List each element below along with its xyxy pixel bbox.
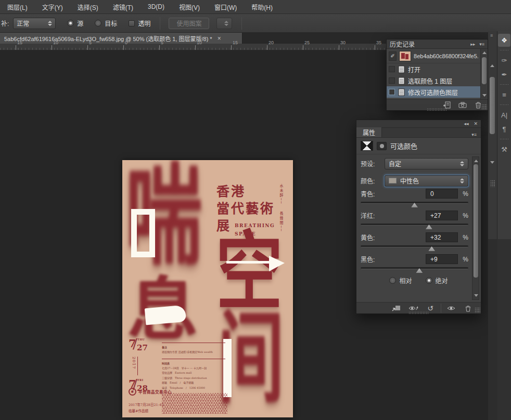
panel-expand-icon[interactable]: ▸▸: [470, 42, 475, 47]
target-radio[interactable]: [95, 20, 101, 27]
scrollbar-thumb[interactable]: [490, 77, 495, 134]
scroll-down-icon[interactable]: [482, 94, 487, 97]
history-titlebar[interactable]: 历史记录 ▸▸ ▾≡: [387, 40, 488, 49]
scrollbar-thumb[interactable]: [474, 164, 478, 278]
properties-titlebar[interactable]: ◂◂ ✕: [356, 120, 481, 128]
brushes-icon[interactable]: ✒: [498, 68, 510, 81]
adjustments-icon[interactable]: ❖: [498, 34, 510, 47]
tool-presets-icon[interactable]: ⚒: [498, 143, 510, 156]
magenta-slider-thumb[interactable]: [426, 225, 432, 229]
panel-menu-icon[interactable]: ▾≡: [471, 132, 481, 137]
cyan-slider[interactable]: [361, 202, 468, 204]
tab-close-icon[interactable]: ×: [218, 35, 221, 42]
menu-item[interactable]: 滤镜(T): [113, 3, 133, 11]
close-panel-icon[interactable]: ✕: [474, 121, 478, 126]
panel-corner-grip[interactable]: [481, 104, 487, 110]
magenta-row: 洋红: +27 %: [361, 210, 468, 221]
layer-mask-badge-icon[interactable]: [377, 142, 387, 150]
patch-mode-dropdown[interactable]: 正常: [13, 18, 56, 29]
panel-resize-grip[interactable]: [427, 108, 448, 111]
poster-document[interactable]: 喘 息 空 间 香港 當代藝術 展 BREATHING SPACE: [122, 160, 293, 417]
panel-resize-grip[interactable]: [408, 311, 429, 314]
history-state-row[interactable]: 修改可选颜色图层: [387, 86, 480, 98]
method-radios: 相对 绝对: [356, 276, 481, 285]
yellow-slider-thumb[interactable]: [428, 246, 435, 251]
poster-title-line2: 當代藝術: [216, 200, 275, 217]
properties-tab-row: 属性 ▾≡: [356, 128, 481, 138]
source-radio[interactable]: [67, 20, 74, 27]
absolute-radio[interactable]: [426, 277, 432, 284]
preset-dropdown[interactable]: 自定: [385, 158, 468, 169]
menu-item[interactable]: 3D(D): [148, 3, 164, 10]
ruler-mark: 5: [87, 45, 88, 50]
cyan-value-input[interactable]: 0: [426, 189, 458, 199]
footer-line: 2017年7月28日21:45: [129, 402, 163, 408]
dock-scroll-strip[interactable]: ≡: [488, 31, 497, 239]
use-pattern-button[interactable]: 使用图案: [169, 18, 209, 29]
history-source-checkbox[interactable]: [389, 77, 395, 84]
clone-source-icon[interactable]: ≡: [498, 88, 510, 101]
scroll-down-icon[interactable]: [474, 294, 478, 297]
info-line-1: 场馆预约专区 活动区/手机预定Web wealth: [162, 350, 231, 355]
cyan-slider-thumb[interactable]: [411, 203, 418, 207]
yellow-slider[interactable]: [361, 245, 468, 247]
history-source-checkbox[interactable]: [389, 89, 395, 95]
yellow-value-input[interactable]: +32: [426, 232, 458, 242]
collapsed-panel-dock: ❖ ✑ ✒ ≡ A| ¶ ⚒: [497, 31, 511, 239]
colors-label: 颜色:: [361, 176, 380, 185]
history-scrollbar[interactable]: [480, 49, 487, 99]
history-state-row[interactable]: 打开: [387, 63, 480, 75]
menu-item[interactable]: 选择(S): [78, 3, 98, 11]
brush-presets-icon[interactable]: ✑: [498, 54, 510, 67]
scrollbar-thumb[interactable]: [482, 57, 487, 84]
black-value-input[interactable]: +9: [426, 254, 458, 264]
black-slider-thumb[interactable]: [416, 268, 423, 273]
menu-item[interactable]: 图层(L): [7, 3, 28, 11]
document-tab[interactable]: 5ab6cfd62af619616a5069a-ELyd3O_fw658.jpg…: [0, 33, 242, 44]
paragraph-panel-icon[interactable]: ¶: [498, 123, 510, 136]
ruler-mark: 5: [159, 45, 160, 50]
footer-line: 临摹#作品辑: [129, 408, 163, 414]
colors-dropdown[interactable]: 中性色: [385, 175, 468, 187]
black-slider[interactable]: [361, 267, 468, 269]
scroll-up-icon[interactable]: [482, 51, 487, 54]
history-source-checkbox[interactable]: [389, 66, 395, 72]
pattern-picker-dropdown[interactable]: [216, 18, 232, 29]
properties-scrollbar[interactable]: [472, 156, 479, 300]
black-row: 黑色: +9 %: [361, 254, 468, 265]
ruler-mark: 15: [231, 45, 232, 50]
drag-grip-dots[interactable]: [490, 180, 495, 187]
history-brush-source-icon[interactable]: ✐: [389, 51, 397, 61]
snapshot-name: 8eb4ab60c86800f324fe5...: [414, 53, 478, 59]
character-panel-icon[interactable]: A|: [498, 109, 510, 122]
colors-value: 中性色: [400, 176, 419, 185]
history-snapshot-row[interactable]: ✐ 8eb4ab60c86800f324fe5...: [387, 49, 480, 63]
tab-properties[interactable]: 属性: [356, 127, 382, 137]
magenta-value-input[interactable]: +27: [426, 211, 458, 220]
adjustment-title: 可选颜色: [390, 141, 417, 151]
colors-row: 颜色: 中性色: [361, 175, 468, 187]
patch-mode-label: 补:: [1, 19, 9, 28]
clip-to-layer-icon[interactable]: [391, 304, 401, 312]
menu-item[interactable]: 窗口(W): [214, 3, 237, 11]
poster-white-arrow-line: [226, 261, 274, 264]
history-state-row[interactable]: 选取颜色 1 图层: [387, 75, 480, 86]
target-radio-label: 目标: [105, 19, 117, 28]
magenta-slider[interactable]: [361, 224, 468, 226]
menu-item[interactable]: 视图(V): [179, 3, 200, 11]
collapse-panel-icon[interactable]: ◂◂: [464, 121, 468, 126]
visibility-eye-icon[interactable]: [446, 304, 456, 312]
poster-title-line3: 展: [216, 217, 231, 234]
relative-radio[interactable]: [389, 277, 396, 284]
panel-menu-icon[interactable]: ▾≡: [479, 42, 484, 47]
new-document-from-state-icon[interactable]: [443, 101, 451, 109]
menu-item[interactable]: 帮助(H): [251, 3, 273, 11]
transparent-checkbox[interactable]: [129, 20, 135, 27]
new-snapshot-camera-icon[interactable]: [458, 101, 467, 109]
scroll-up-icon[interactable]: [474, 160, 478, 162]
panel-corner-grip[interactable]: [475, 307, 480, 313]
delete-adjustment-trash-icon[interactable]: [463, 304, 473, 312]
scroll-up-icon[interactable]: [490, 64, 494, 67]
menu-item[interactable]: 文字(Y): [42, 3, 63, 11]
scroll-down-icon[interactable]: [490, 161, 494, 164]
